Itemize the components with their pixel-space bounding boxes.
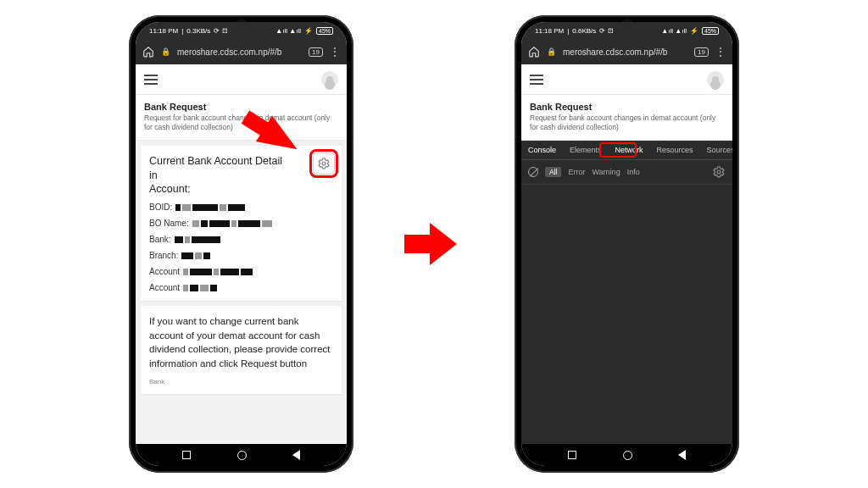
avatar[interactable] <box>707 71 724 88</box>
label-boid: BOID: <box>149 202 172 212</box>
home-icon[interactable] <box>528 46 540 58</box>
change-msg-card: If you want to change current bank accou… <box>141 306 342 394</box>
page-header: Bank Request Request for bank account ch… <box>521 95 732 141</box>
url-text[interactable]: meroshare.cdsc.com.np/#/b <box>563 47 687 57</box>
tab-sources[interactable]: Sources <box>700 141 732 159</box>
status-net: 0.6KB/s <box>572 27 596 35</box>
android-navbar <box>521 444 732 466</box>
gear-icon <box>317 157 331 170</box>
filter-all[interactable]: All <box>545 167 561 177</box>
status-net: 0.3KB/s <box>186 27 210 35</box>
label-acc1: Account <box>149 267 180 276</box>
lock-icon: 🔒 <box>547 47 556 56</box>
nav-home-icon[interactable] <box>623 451 632 460</box>
devtools-panel: Console Elements Network Resources Sourc… <box>521 141 732 444</box>
label-bank: Bank: <box>149 235 171 244</box>
filter-warning[interactable]: Warning <box>592 168 620 176</box>
avatar[interactable] <box>321 71 338 88</box>
account-detail-card: Current Bank Account Detail in Account: … <box>141 146 342 301</box>
nav-recent-icon[interactable] <box>568 451 576 459</box>
nav-home-icon[interactable] <box>237 451 247 460</box>
nav-back-icon[interactable] <box>292 450 300 460</box>
statusbar: 11:18 PM | 0.3KB/s ⟳ ⊡ ▲ıll ▲ıll ⚡ 45% <box>136 22 347 39</box>
change-message: If you want to change current bank accou… <box>149 314 333 371</box>
menu-icon[interactable]: ⋮ <box>715 46 726 58</box>
status-time: 11:18 PM <box>149 27 178 35</box>
devtools-gear-icon[interactable] <box>712 165 726 179</box>
battery-level: 45% <box>702 27 719 35</box>
tab-network[interactable]: Network <box>609 141 650 159</box>
menu-icon[interactable]: ⋮ <box>330 46 340 58</box>
phone-left: 11:18 PM | 0.3KB/s ⟳ ⊡ ▲ıll ▲ıll ⚡ 45% 🔒… <box>129 15 353 473</box>
home-icon[interactable] <box>142 46 154 58</box>
devtools-filterbar: All Error Warning Info <box>521 160 732 185</box>
url-text[interactable]: meroshare.cdsc.com.np/#/b <box>177 47 302 57</box>
detail-heading-1: Current Bank Account Detail in <box>149 155 282 180</box>
tab-count[interactable]: 19 <box>694 47 709 57</box>
status-time: 11:18 PM <box>535 27 564 35</box>
page-title: Bank Request <box>144 102 338 112</box>
devtools-body[interactable] <box>521 185 732 444</box>
battery-level: 45% <box>316 27 333 35</box>
phone-right: 11:18 PM | 0.6KB/s ⟳ ⊡ ▲ıll ▲ıll ⚡ 45% 🔒… <box>515 15 739 473</box>
hamburger-icon[interactable] <box>144 75 158 85</box>
label-branch: Branch: <box>149 251 178 260</box>
filter-info[interactable]: Info <box>627 168 640 176</box>
hamburger-icon[interactable] <box>530 75 543 85</box>
signal-icon: ▲ıll ▲ıll <box>661 27 687 35</box>
settings-button[interactable] <box>313 152 335 175</box>
detail-heading-2: Account: <box>149 183 191 195</box>
clear-icon[interactable] <box>528 167 538 177</box>
signal-icon: ▲ıll ▲ıll <box>275 27 301 35</box>
svg-point-1 <box>717 170 721 174</box>
page-header: Bank Request Request for bank account ch… <box>136 95 347 141</box>
app-toolbar <box>521 64 732 95</box>
tab-count[interactable]: 19 <box>309 47 323 57</box>
label-acc2: Account <box>149 283 180 292</box>
statusbar: 11:18 PM | 0.6KB/s ⟳ ⊡ ▲ıll ▲ıll ⚡ 45% <box>521 22 732 39</box>
app-toolbar <box>136 64 347 95</box>
tab-resources[interactable]: Resources <box>650 141 700 159</box>
label-boname: BO Name: <box>149 219 189 228</box>
svg-point-0 <box>322 162 326 165</box>
nav-recent-icon[interactable] <box>182 451 191 459</box>
transition-arrow <box>404 223 464 265</box>
page-subtitle: Request for bank account changes in dema… <box>530 114 724 131</box>
lock-icon: 🔒 <box>161 47 170 56</box>
android-navbar <box>136 444 347 466</box>
tab-console[interactable]: Console <box>521 141 563 159</box>
nav-back-icon[interactable] <box>678 450 686 460</box>
browser-addrbar: 🔒 meroshare.cdsc.com.np/#/b 19 ⋮ <box>521 39 732 64</box>
form-label-bank: Bank <box>149 378 333 385</box>
tab-elements[interactable]: Elements <box>563 141 609 159</box>
browser-addrbar: 🔒 meroshare.cdsc.com.np/#/b 19 ⋮ <box>136 39 347 64</box>
devtools-tabs: Console Elements Network Resources Sourc… <box>521 141 732 160</box>
page-title: Bank Request <box>530 102 724 112</box>
filter-error[interactable]: Error <box>568 168 585 176</box>
